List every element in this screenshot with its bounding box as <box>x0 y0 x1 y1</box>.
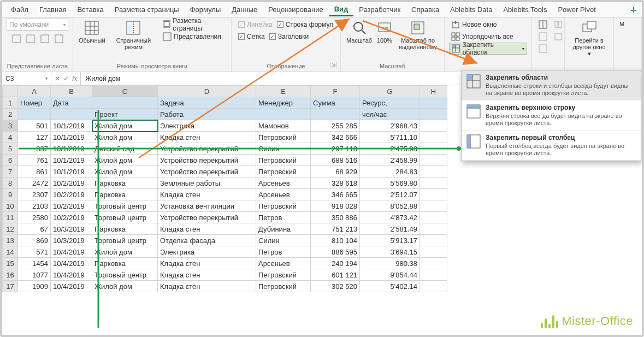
cell[interactable]: 4'873.42 <box>360 212 420 223</box>
header-cell[interactable]: Дата <box>51 97 92 109</box>
enter-icon[interactable]: ✓ <box>63 75 69 82</box>
cell[interactable]: Торговый центр <box>92 200 158 212</box>
tab-рецензирование[interactable]: Рецензирование <box>263 3 328 16</box>
custom-views-button[interactable]: Представления <box>161 31 223 43</box>
cell[interactable]: 5'569.80 <box>360 178 420 189</box>
freeze-first-col-item[interactable]: Закрепить первый столбецПервый столбец в… <box>462 131 641 161</box>
cell[interactable]: 10/1/2019 <box>51 120 92 132</box>
cell[interactable]: 127 <box>18 132 51 143</box>
cell[interactable]: 10/1/2019 <box>51 155 92 166</box>
cell[interactable]: 1909 <box>18 281 51 292</box>
cell[interactable] <box>420 235 447 246</box>
cell[interactable]: Торговый центр <box>92 235 158 246</box>
cell[interactable]: 2'512.07 <box>360 189 420 200</box>
header-cell[interactable]: Менеджер <box>256 97 311 109</box>
cell[interactable]: Силин <box>256 143 311 155</box>
cell[interactable]: 10/2/2019 <box>51 200 92 212</box>
cell[interactable]: Жилой дом <box>92 166 158 178</box>
cell[interactable] <box>420 212 447 223</box>
cancel-icon[interactable]: ✕ <box>55 75 60 82</box>
tab-power-pivot[interactable]: Power Pivot <box>552 3 601 16</box>
cell[interactable]: 861 <box>18 166 51 178</box>
cell[interactable]: 10/1/2019 <box>51 132 92 143</box>
cell[interactable]: Детский сад <box>92 143 158 155</box>
cell[interactable]: 10/4/2019 <box>51 246 92 258</box>
header-cell[interactable] <box>420 97 447 109</box>
cell[interactable] <box>420 223 447 235</box>
cell[interactable]: Установка вентиляции <box>158 200 256 212</box>
split-button[interactable] <box>536 19 550 31</box>
cell[interactable]: Электрика <box>158 246 256 258</box>
cell[interactable]: 10/2/2019 <box>51 178 92 189</box>
cell[interactable]: Кладка стен <box>158 223 256 235</box>
cell[interactable]: Парковка <box>92 178 158 189</box>
share-icon[interactable] <box>629 5 639 15</box>
zoom-button[interactable]: Масштаб <box>344 19 374 51</box>
cell[interactable]: 10/3/2019 <box>51 235 92 246</box>
cell[interactable]: 302 520 <box>311 281 360 292</box>
cell[interactable]: 240 194 <box>311 258 360 269</box>
spreadsheet-grid[interactable]: ABCDEFGH1НомерДатаЗадачаМенеджерСуммаРес… <box>2 85 447 292</box>
cell[interactable]: 297 118 <box>311 143 360 155</box>
cell[interactable]: Арсеньев <box>256 258 311 269</box>
cell[interactable]: 284.83 <box>360 166 420 178</box>
unhide-button[interactable] <box>536 43 550 55</box>
row-header[interactable]: 17 <box>3 281 18 292</box>
header-cell[interactable]: Задача <box>158 97 256 109</box>
cell[interactable] <box>420 269 447 281</box>
cell[interactable]: 2'968.43 <box>360 120 420 132</box>
row-header[interactable]: 9 <box>3 189 18 200</box>
cell[interactable]: Петровский <box>256 166 311 178</box>
cell[interactable]: 10/4/2019 <box>51 281 92 292</box>
tab-файл[interactable]: Файл <box>5 3 34 16</box>
tab-главная[interactable]: Главная <box>34 3 72 16</box>
page-layout-button[interactable]: Разметка страницы <box>161 19 227 31</box>
cell[interactable]: Мамонов <box>256 120 311 132</box>
cell[interactable]: Силин <box>256 235 311 246</box>
cell[interactable]: 8'052.88 <box>360 200 420 212</box>
header-cell[interactable] <box>311 109 360 120</box>
tab-вставка[interactable]: Вставка <box>72 3 109 16</box>
cell[interactable]: Дубинина <box>256 223 311 235</box>
row-header[interactable]: 6 <box>3 155 18 166</box>
col-header-A[interactable]: A <box>18 86 51 97</box>
cell[interactable]: 350 886 <box>311 212 360 223</box>
headings-checkbox[interactable]: ✓Заголовки <box>267 31 311 43</box>
cell[interactable]: 2'475.98 <box>360 143 420 155</box>
cell[interactable]: 869 <box>18 235 51 246</box>
tab-формулы[interactable]: Формулы <box>185 3 227 16</box>
col-header-E[interactable]: E <box>256 86 311 97</box>
hide-button[interactable] <box>536 31 550 43</box>
header-cell[interactable] <box>420 109 447 120</box>
cell[interactable]: Жилой дом <box>92 155 158 166</box>
row-header[interactable]: 2 <box>3 109 18 120</box>
cell[interactable] <box>420 143 447 155</box>
cell[interactable] <box>420 246 447 258</box>
header-cell[interactable]: чел/час <box>360 109 420 120</box>
cell[interactable]: 10/4/2019 <box>51 269 92 281</box>
cell[interactable] <box>420 132 447 143</box>
header-cell[interactable]: Номер <box>18 97 51 109</box>
cell[interactable]: Петровский <box>256 200 311 212</box>
cell[interactable] <box>420 281 447 292</box>
cell[interactable]: 2'458.99 <box>360 155 420 166</box>
cell[interactable]: Жилой дом <box>92 132 158 143</box>
cell[interactable]: 980.38 <box>360 258 420 269</box>
cell[interactable]: 571 <box>18 246 51 258</box>
cell[interactable]: 918 028 <box>311 200 360 212</box>
cell[interactable]: 328 618 <box>311 178 360 189</box>
sheet-view-select[interactable]: По умолчани▾ <box>7 19 68 31</box>
sync-scroll-button[interactable] <box>552 19 565 31</box>
zoom-selection-button[interactable]: Масштаб по выделенному <box>395 19 441 51</box>
cell[interactable]: Петровский <box>256 281 311 292</box>
tab-разметка-страницы[interactable]: Разметка страницы <box>109 3 185 16</box>
freeze-panes-item[interactable]: Закрепить областиВыделенные строки и сто… <box>462 70 641 100</box>
row-header[interactable]: 7 <box>3 166 18 178</box>
normal-view-button[interactable]: Обычный <box>76 19 108 51</box>
cell[interactable] <box>420 120 447 132</box>
header-cell[interactable]: Сумма <box>311 97 360 109</box>
cell[interactable] <box>420 166 447 178</box>
header-cell[interactable]: Ресурс, <box>360 97 420 109</box>
keep-icon[interactable] <box>12 34 21 43</box>
cell[interactable]: Устройство перекрытий <box>158 212 256 223</box>
